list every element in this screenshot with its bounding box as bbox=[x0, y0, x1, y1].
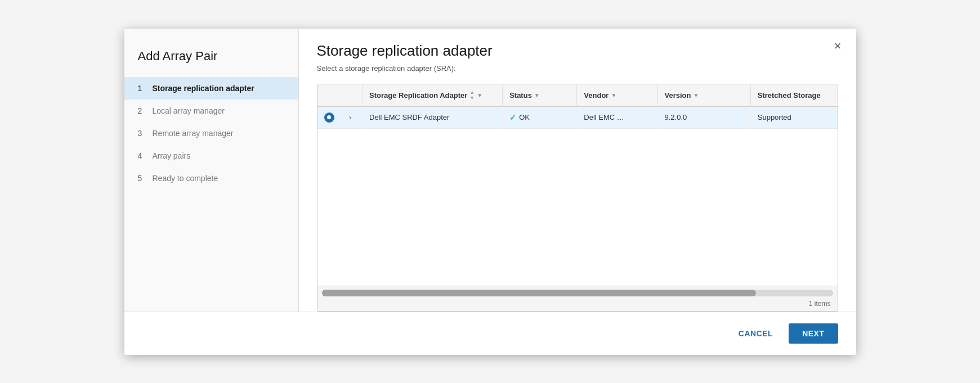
filter-icon-vendor[interactable]: ▼ bbox=[611, 92, 616, 98]
main-content: Storage replication adapter Select a sto… bbox=[299, 29, 856, 312]
checkmark-icon: ✓ bbox=[509, 113, 516, 122]
row-stretched-cell: Supported bbox=[750, 106, 837, 128]
filter-icon-status[interactable]: ▼ bbox=[534, 92, 540, 98]
step-number-4: 4 bbox=[138, 151, 147, 160]
adapter-name: Dell EMC SRDF Adapter bbox=[369, 113, 449, 121]
step-number-5: 5 bbox=[138, 174, 147, 183]
stretched-text: Supported bbox=[758, 113, 791, 121]
expand-icon[interactable]: › bbox=[349, 114, 351, 121]
next-button[interactable]: NEXT bbox=[789, 323, 838, 344]
filter-icon-version[interactable]: ▼ bbox=[693, 92, 699, 98]
dialog-footer: CANCEL NEXT bbox=[124, 312, 856, 355]
table-row[interactable]: › Dell EMC SRDF Adapter ✓ OK bbox=[317, 106, 838, 128]
col-vendor-label: Vendor bbox=[584, 91, 608, 100]
step-label-1: Storage replication adapter bbox=[153, 84, 254, 93]
main-subtitle: Select a storage replication adapter (SR… bbox=[317, 64, 838, 73]
sra-table: Storage Replication Adapter ▲ ▼ ▼ bbox=[317, 84, 838, 129]
row-adapter-cell: Dell EMC SRDF Adapter bbox=[363, 106, 503, 128]
vendor-text: Dell EMC … bbox=[584, 113, 624, 121]
row-radio-cell[interactable] bbox=[317, 106, 342, 128]
row-status-cell: ✓ OK bbox=[503, 106, 577, 128]
sidebar-item-array-pairs[interactable]: 4 Array pairs bbox=[124, 145, 298, 167]
step-label-2: Local array manager bbox=[153, 106, 225, 115]
sidebar-item-ready-to-complete[interactable]: 5 Ready to complete bbox=[124, 167, 298, 190]
row-version-cell: 9.2.0.0 bbox=[657, 106, 750, 128]
cancel-button[interactable]: CANCEL bbox=[730, 325, 782, 343]
step-label-5: Ready to complete bbox=[153, 174, 218, 183]
col-status-label: Status bbox=[509, 91, 532, 100]
horizontal-scrollbar[interactable] bbox=[322, 290, 833, 296]
col-header-adapter[interactable]: Storage Replication Adapter ▲ ▼ ▼ bbox=[363, 84, 503, 107]
col-header-vendor[interactable]: Vendor ▼ bbox=[577, 84, 657, 107]
col-header-stretched: Stretched Storage bbox=[750, 84, 837, 107]
step-number-1: 1 bbox=[138, 84, 147, 93]
filter-icon-adapter[interactable]: ▼ bbox=[477, 92, 482, 98]
col-header-status[interactable]: Status ▼ bbox=[503, 84, 577, 107]
radio-selected-icon bbox=[324, 112, 334, 123]
dialog-title: Add Array Pair bbox=[124, 40, 298, 77]
sidebar-item-local-array-manager[interactable]: 2 Local array manager bbox=[124, 100, 298, 122]
table-count: 1 items bbox=[322, 298, 833, 309]
sort-asc-icon: ▲ bbox=[469, 90, 475, 95]
scrollbar-thumb bbox=[322, 290, 757, 296]
table-scroll-area[interactable]: Storage Replication Adapter ▲ ▼ ▼ bbox=[317, 84, 838, 286]
col-header-select bbox=[317, 84, 342, 107]
add-array-pair-dialog: × Add Array Pair 1 Storage replication a… bbox=[124, 29, 856, 355]
table-footer: 1 items bbox=[317, 286, 838, 311]
main-title: Storage replication adapter bbox=[317, 42, 838, 60]
status-ok-indicator: ✓ OK bbox=[509, 113, 570, 122]
row-expand-cell[interactable]: › bbox=[342, 106, 363, 128]
sort-desc-icon: ▼ bbox=[469, 96, 475, 101]
col-header-version[interactable]: Version ▼ bbox=[657, 84, 750, 107]
sort-icons-adapter[interactable]: ▲ ▼ bbox=[469, 90, 475, 101]
wizard-sidebar: Add Array Pair 1 Storage replication ada… bbox=[124, 29, 299, 312]
radio-inner-dot bbox=[327, 115, 331, 119]
col-stretched-label: Stretched Storage bbox=[758, 91, 821, 100]
close-button[interactable]: × bbox=[831, 38, 845, 55]
col-adapter-label: Storage Replication Adapter bbox=[369, 91, 467, 100]
sra-table-container: Storage Replication Adapter ▲ ▼ ▼ bbox=[317, 84, 838, 312]
version-text: 9.2.0.0 bbox=[665, 113, 687, 121]
row-vendor-cell: Dell EMC … bbox=[577, 106, 657, 128]
step-number-3: 3 bbox=[138, 129, 147, 138]
col-header-expand bbox=[342, 84, 363, 107]
step-label-3: Remote array manager bbox=[153, 129, 234, 138]
step-number-2: 2 bbox=[138, 106, 147, 115]
status-text: OK bbox=[519, 113, 530, 121]
step-label-4: Array pairs bbox=[153, 151, 191, 160]
sidebar-item-remote-array-manager[interactable]: 3 Remote array manager bbox=[124, 122, 298, 145]
col-version-label: Version bbox=[665, 91, 691, 100]
sidebar-item-storage-replication-adapter[interactable]: 1 Storage replication adapter bbox=[124, 77, 298, 100]
